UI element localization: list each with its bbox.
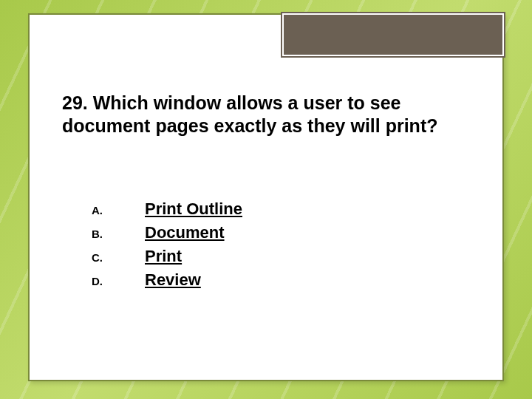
slide-card: 29. Which window allows a user to see do… xyxy=(28,13,504,381)
option-b[interactable]: B. Document xyxy=(92,223,242,242)
option-d[interactable]: D. Review xyxy=(92,270,242,290)
question-number: 29. xyxy=(62,92,88,113)
option-text: Document xyxy=(145,223,225,242)
option-c[interactable]: C. Print xyxy=(92,247,242,266)
option-letter: B. xyxy=(92,228,145,240)
option-text: Print xyxy=(145,247,182,266)
option-letter: D. xyxy=(92,275,145,287)
option-a[interactable]: A. Print Outline xyxy=(92,200,242,219)
question-text: 29. Which window allows a user to see do… xyxy=(62,92,470,138)
option-letter: A. xyxy=(92,204,145,216)
option-letter: C. xyxy=(92,251,145,264)
header-accent-box xyxy=(282,13,504,56)
option-text: Review xyxy=(145,270,201,290)
question-body: Which window allows a user to see docume… xyxy=(62,92,437,136)
option-text: Print Outline xyxy=(145,200,242,219)
options-list: A. Print Outline B. Document C. Print D.… xyxy=(92,200,242,294)
